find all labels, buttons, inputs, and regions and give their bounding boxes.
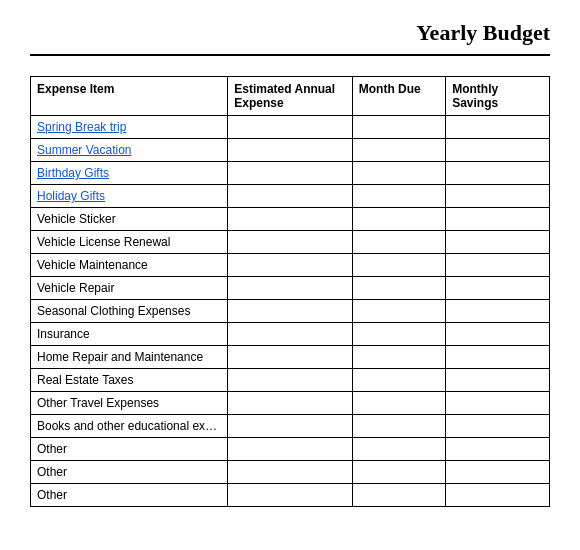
table-header-row: Expense Item Estimated Annual Expense Mo… bbox=[31, 77, 550, 116]
annual-expense-cell bbox=[228, 392, 353, 415]
annual-expense-cell bbox=[228, 484, 353, 507]
expense-item-cell: Vehicle License Renewal bbox=[31, 231, 228, 254]
monthly-savings-cell bbox=[446, 162, 550, 185]
expense-item-link[interactable]: Spring Break trip bbox=[37, 120, 126, 134]
table-row: Vehicle Sticker bbox=[31, 208, 550, 231]
table-row: Holiday Gifts bbox=[31, 185, 550, 208]
month-due-cell bbox=[352, 162, 445, 185]
annual-expense-cell bbox=[228, 346, 353, 369]
monthly-savings-cell bbox=[446, 139, 550, 162]
expense-item-cell: Vehicle Maintenance bbox=[31, 254, 228, 277]
table-row: Other bbox=[31, 484, 550, 507]
expense-item-cell: Home Repair and Maintenance bbox=[31, 346, 228, 369]
expense-item-cell: Birthday Gifts bbox=[31, 162, 228, 185]
monthly-savings-cell bbox=[446, 300, 550, 323]
annual-expense-cell bbox=[228, 277, 353, 300]
monthly-savings-cell bbox=[446, 323, 550, 346]
table-row: Spring Break trip bbox=[31, 116, 550, 139]
expense-item-link[interactable]: Summer Vacation bbox=[37, 143, 131, 157]
expense-item-cell: Other bbox=[31, 461, 228, 484]
expense-item-cell: Real Estate Taxes bbox=[31, 369, 228, 392]
table-row: Home Repair and Maintenance bbox=[31, 346, 550, 369]
monthly-savings-cell bbox=[446, 346, 550, 369]
table-row: Books and other educational ex… bbox=[31, 415, 550, 438]
annual-expense-cell bbox=[228, 162, 353, 185]
header-annual-expense: Estimated Annual Expense bbox=[228, 77, 353, 116]
expense-item-cell: Vehicle Sticker bbox=[31, 208, 228, 231]
expense-item-cell: Holiday Gifts bbox=[31, 185, 228, 208]
month-due-cell bbox=[352, 346, 445, 369]
table-row: Insurance bbox=[31, 323, 550, 346]
table-row: Other bbox=[31, 461, 550, 484]
title-section: Yearly Budget bbox=[30, 20, 550, 56]
month-due-cell bbox=[352, 415, 445, 438]
monthly-savings-cell bbox=[446, 116, 550, 139]
monthly-savings-cell bbox=[446, 461, 550, 484]
expense-item-cell: Summer Vacation bbox=[31, 139, 228, 162]
month-due-cell bbox=[352, 461, 445, 484]
annual-expense-cell bbox=[228, 208, 353, 231]
monthly-savings-cell bbox=[446, 254, 550, 277]
page-title: Yearly Budget bbox=[416, 20, 550, 45]
month-due-cell bbox=[352, 116, 445, 139]
table-row: Summer Vacation bbox=[31, 139, 550, 162]
annual-expense-cell bbox=[228, 116, 353, 139]
table-row: Vehicle Repair bbox=[31, 277, 550, 300]
expense-item-link[interactable]: Birthday Gifts bbox=[37, 166, 109, 180]
monthly-savings-cell bbox=[446, 185, 550, 208]
month-due-cell bbox=[352, 392, 445, 415]
table-row: Birthday Gifts bbox=[31, 162, 550, 185]
monthly-savings-cell bbox=[446, 392, 550, 415]
month-due-cell bbox=[352, 277, 445, 300]
month-due-cell bbox=[352, 139, 445, 162]
monthly-savings-cell bbox=[446, 484, 550, 507]
month-due-cell bbox=[352, 208, 445, 231]
monthly-savings-cell bbox=[446, 231, 550, 254]
expense-item-cell: Insurance bbox=[31, 323, 228, 346]
annual-expense-cell bbox=[228, 185, 353, 208]
table-row: Other bbox=[31, 438, 550, 461]
expense-item-link[interactable]: Holiday Gifts bbox=[37, 189, 105, 203]
expense-item-cell: Other bbox=[31, 438, 228, 461]
expense-item-cell: Books and other educational ex… bbox=[31, 415, 228, 438]
expense-item-cell: Other bbox=[31, 484, 228, 507]
month-due-cell bbox=[352, 185, 445, 208]
table-row: Real Estate Taxes bbox=[31, 369, 550, 392]
annual-expense-cell bbox=[228, 231, 353, 254]
table-row: Vehicle Maintenance bbox=[31, 254, 550, 277]
month-due-cell bbox=[352, 438, 445, 461]
expense-item-cell: Seasonal Clothing Expenses bbox=[31, 300, 228, 323]
annual-expense-cell bbox=[228, 461, 353, 484]
month-due-cell bbox=[352, 369, 445, 392]
month-due-cell bbox=[352, 300, 445, 323]
expense-item-cell: Spring Break trip bbox=[31, 116, 228, 139]
annual-expense-cell bbox=[228, 300, 353, 323]
table-row: Other Travel Expenses bbox=[31, 392, 550, 415]
monthly-savings-cell bbox=[446, 369, 550, 392]
annual-expense-cell bbox=[228, 438, 353, 461]
table-row: Vehicle License Renewal bbox=[31, 231, 550, 254]
monthly-savings-cell bbox=[446, 208, 550, 231]
expense-item-cell: Vehicle Repair bbox=[31, 277, 228, 300]
annual-expense-cell bbox=[228, 323, 353, 346]
header-monthly-savings: Monthly Savings bbox=[446, 77, 550, 116]
month-due-cell bbox=[352, 254, 445, 277]
month-due-cell bbox=[352, 323, 445, 346]
monthly-savings-cell bbox=[446, 277, 550, 300]
annual-expense-cell bbox=[228, 254, 353, 277]
header-month-due: Month Due bbox=[352, 77, 445, 116]
annual-expense-cell bbox=[228, 369, 353, 392]
header-expense-item: Expense Item bbox=[31, 77, 228, 116]
annual-expense-cell bbox=[228, 415, 353, 438]
expense-item-cell: Other Travel Expenses bbox=[31, 392, 228, 415]
budget-table: Expense Item Estimated Annual Expense Mo… bbox=[30, 76, 550, 507]
month-due-cell bbox=[352, 484, 445, 507]
monthly-savings-cell bbox=[446, 438, 550, 461]
monthly-savings-cell bbox=[446, 415, 550, 438]
annual-expense-cell bbox=[228, 139, 353, 162]
month-due-cell bbox=[352, 231, 445, 254]
table-row: Seasonal Clothing Expenses bbox=[31, 300, 550, 323]
